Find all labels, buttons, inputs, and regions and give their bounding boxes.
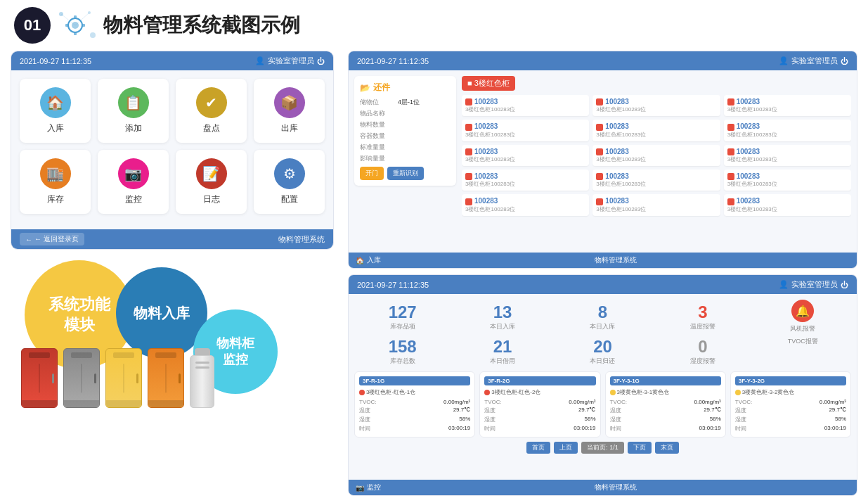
info-row-3: 容器数量	[360, 132, 451, 141]
shelf-item-4[interactable]: 1002833楼红色柜100283位	[592, 120, 720, 141]
back-button[interactable]: ← ← 返回登录页	[20, 233, 84, 245]
pandian-icon: ✔	[196, 87, 227, 118]
chuku-label: 出库	[281, 122, 298, 134]
cabinet-view-datetime: 2021-09-27 11:12:35	[357, 57, 429, 65]
left-panel: 2021-09-27 11:12:35 👤 实验室管理员 ⏻ 🏠 入库 📋	[11, 51, 334, 496]
cabinet-view-body: 📂 还件 储物位4层-1位 物品名称 物料数量 容	[349, 70, 857, 253]
stat-benri-jieyong: 21 本日借用	[454, 337, 550, 366]
open-door-button[interactable]: 开门	[360, 167, 384, 180]
card-3-tvoc: TVOC:0.00mg/m³	[735, 399, 846, 405]
card-0-humidity: 湿度58%	[359, 416, 470, 423]
ruku-icon: 🏠	[40, 87, 71, 118]
monitor-card-0: 3F-R-1G 3楼红色柜-红色-1仓 TVOC:0.00mg/m³ 温度29.…	[354, 371, 475, 438]
stats-user: 👤 实验室管理员 ⏻	[779, 279, 848, 290]
stats-nav-icon: 📷 监控	[356, 483, 381, 492]
info-row-4: 标准量量	[360, 143, 451, 152]
main-content: 2021-09-27 11:12:35 👤 实验室管理员 ⏻ 🏠 入库 📋	[0, 51, 868, 496]
module-jiankong[interactable]: 📷 监控	[98, 150, 169, 214]
shelf-item-9[interactable]: 1002833楼红色柜100283位	[462, 170, 589, 191]
svg-rect-4	[65, 24, 69, 27]
module-tianjia[interactable]: 📋 添加	[98, 79, 169, 143]
gear-decoration-icon	[51, 7, 100, 44]
svg-rect-2	[74, 15, 77, 19]
chuku-icon: 📦	[274, 87, 305, 118]
cabinet-view-footer: 🏠 入库 物料管理系统	[349, 253, 857, 268]
module-grid: 🏠 入库 📋 添加 ✔ 盘点 📦 出库	[20, 79, 325, 214]
module-kucun[interactable]: 🏬 库存	[20, 150, 91, 214]
svg-point-8	[90, 32, 96, 38]
current-page-label: 当前页: 1/1	[581, 442, 624, 454]
card-3-time: 时间03:00:19	[735, 425, 846, 433]
monitor-card-2: 3F-Y-3-1G 3楼黄色柜-3-1黄色仓 TVOC:0.00mg/m³ 温度…	[605, 371, 726, 438]
back-arrow-icon: ←	[25, 236, 32, 243]
card-2-time: 时间03:00:19	[610, 425, 721, 433]
card-1-color-dot	[484, 390, 490, 395]
cabinet-red	[21, 348, 58, 408]
return-item-card: 📂 还件 储物位4层-1位 物品名称 物料数量 容	[354, 76, 456, 186]
card-3-temp: 温度29.7℃	[735, 407, 846, 414]
stat-benri-ruku2: 8 本日入库	[555, 302, 651, 331]
card-1-title: 3F-R-2G	[484, 376, 595, 385]
kucun-label: 库存	[47, 193, 64, 205]
card-3-subtitle: 3楼黄色柜-3-2黄色仓	[735, 388, 846, 396]
shelf-item-13[interactable]: 1002833楼红色柜100283位	[592, 194, 720, 215]
page-header: 01 物料管理系统截图示例	[0, 0, 868, 51]
stat-tvoc-baojing: TVOC报警	[755, 337, 851, 366]
module-peizhi[interactable]: ⚙ 配置	[254, 150, 325, 214]
shelf-item-8[interactable]: 1002833楼红色柜100283位	[724, 145, 851, 166]
module-rizhi[interactable]: 📝 日志	[176, 150, 247, 214]
info-row-5: 影响量量	[360, 154, 451, 163]
shelf-item-12[interactable]: 1002833楼红色柜100283位	[462, 194, 589, 215]
shelf-item-0[interactable]: 1002833楼红色柜100283位	[462, 95, 589, 116]
shelf-item-14[interactable]: 1002833楼红色柜100283位	[724, 194, 851, 215]
card-3-humidity: 湿度58%	[735, 416, 846, 423]
card-2-color-dot	[610, 390, 616, 395]
peizhi-icon: ⚙	[274, 158, 305, 189]
card-1-time: 时间03:00:19	[484, 425, 595, 433]
mockup-user: 👤 实验室管理员 ⏻	[255, 56, 325, 66]
tianjia-icon: 📋	[118, 87, 149, 118]
first-page-button[interactable]: 首页	[526, 442, 550, 454]
stats-datetime: 2021-09-27 11:12:35	[357, 281, 429, 289]
stat-kucun-zongshu: 158 库存总数	[354, 337, 451, 366]
module-ruku[interactable]: 🏠 入库	[20, 79, 91, 143]
shelf-item-5[interactable]: 1002833楼红色柜100283位	[724, 120, 851, 141]
monitor-card-3: 3F-Y-3-2G 3楼黄色柜-3-2黄色仓 TVOC:0.00mg/m³ 温度…	[730, 371, 851, 438]
stats-header: 2021-09-27 11:12:35 👤 实验室管理员 ⏻	[349, 275, 857, 294]
card-0-title: 3F-R-1G	[359, 376, 470, 385]
card-0-time: 时间03:00:19	[359, 425, 470, 433]
last-page-button[interactable]: 末页	[655, 442, 679, 454]
card-1-humidity: 湿度58%	[484, 416, 595, 423]
info-row-2: 物料数量	[360, 120, 451, 129]
mockup-datetime: 2021-09-27 11:12:35	[20, 57, 91, 65]
prev-page-button[interactable]: 上页	[554, 442, 578, 454]
cabinet-gray	[63, 348, 100, 408]
module-pandian[interactable]: ✔ 盘点	[176, 79, 247, 143]
jiankong-icon: 📷	[118, 158, 149, 189]
shelf-item-1[interactable]: 1002833楼红色柜100283位	[592, 95, 720, 116]
module-chuku[interactable]: 📦 出库	[254, 79, 325, 143]
return-title: 📂 还件	[360, 82, 451, 94]
bubbles-area: 系统功能 模块 物料入库 物料柜 监控	[11, 253, 334, 408]
alarm-icon: 🔔	[791, 300, 814, 322]
monitor-cards-grid: 3F-R-1G 3楼红色柜-红色-1仓 TVOC:0.00mg/m³ 温度29.…	[354, 371, 851, 438]
stat-shidu-baojing: 0 湿度报警	[654, 337, 751, 366]
re-identify-button[interactable]: 重新识别	[387, 167, 424, 180]
cabinet-title-badge: ■ 3楼红色柜	[462, 76, 515, 91]
next-page-button[interactable]: 下页	[628, 442, 652, 454]
shelf-item-7[interactable]: 1002833楼红色柜100283位	[592, 145, 720, 166]
device-white	[190, 348, 214, 408]
jiankong-label: 监控	[125, 193, 142, 205]
shelf-item-10[interactable]: 1002833楼红色柜100283位	[592, 170, 720, 191]
stat-wendu-baojing: 3 温度报警	[654, 302, 751, 331]
info-row-0: 储物位4层-1位	[360, 98, 451, 107]
shelf-item-11[interactable]: 1002833楼红色柜100283位	[724, 170, 851, 191]
card-0-subtitle: 3楼红色柜-红色-1仓	[359, 388, 470, 396]
card-1-subtitle: 3楼红色柜-红色-2仓	[484, 388, 595, 396]
card-1-temp: 温度29.7℃	[484, 407, 595, 414]
card-3-title: 3F-Y-3-2G	[735, 376, 846, 385]
shelf-item-2[interactable]: 1002833楼红色柜100283位	[724, 95, 851, 116]
shelf-item-3[interactable]: 1002833楼红色柜100283位	[462, 120, 589, 141]
svg-rect-5	[82, 24, 85, 27]
shelf-item-6[interactable]: 1002833楼红色柜100283位	[462, 145, 589, 166]
